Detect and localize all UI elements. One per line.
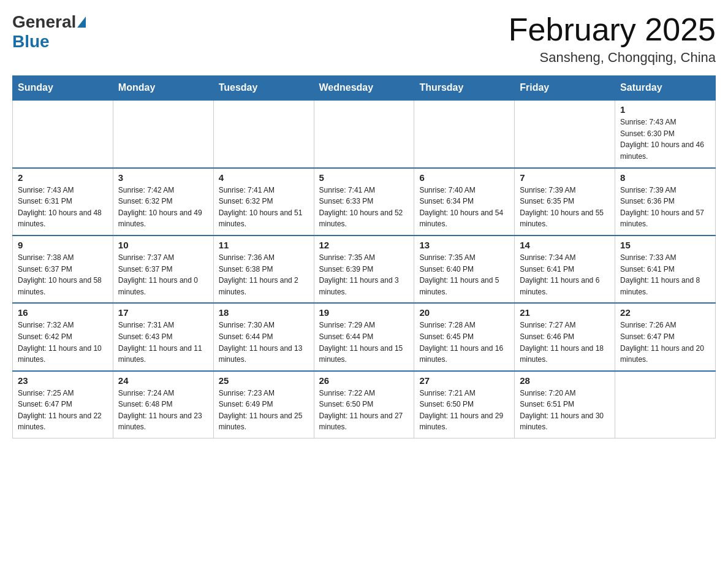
calendar-cell: 4Sunrise: 7:41 AMSunset: 6:32 PMDaylight… [213, 168, 314, 236]
day-number: 21 [520, 307, 610, 318]
day-info: Sunrise: 7:24 AMSunset: 6:48 PMDaylight:… [118, 388, 208, 433]
calendar-cell: 10Sunrise: 7:37 AMSunset: 6:37 PMDayligh… [113, 236, 213, 303]
day-info: Sunrise: 7:34 AMSunset: 6:41 PMDaylight:… [520, 252, 610, 297]
day-number: 4 [219, 172, 309, 183]
calendar-cell: 22Sunrise: 7:26 AMSunset: 6:47 PMDayligh… [615, 303, 716, 370]
calendar-cell [314, 100, 414, 167]
calendar-cell: 13Sunrise: 7:35 AMSunset: 6:40 PMDayligh… [414, 236, 515, 303]
logo-blue-text: Blue [12, 32, 50, 52]
day-number: 13 [419, 240, 509, 250]
calendar-cell: 23Sunrise: 7:25 AMSunset: 6:47 PMDayligh… [13, 371, 113, 439]
day-info: Sunrise: 7:31 AMSunset: 6:43 PMDaylight:… [118, 320, 208, 365]
calendar-week-row: 23Sunrise: 7:25 AMSunset: 6:47 PMDayligh… [13, 371, 716, 439]
day-info: Sunrise: 7:25 AMSunset: 6:47 PMDaylight:… [18, 388, 108, 433]
calendar-cell: 8Sunrise: 7:39 AMSunset: 6:36 PMDaylight… [615, 168, 716, 236]
weekday-header-tuesday: Tuesday [213, 76, 314, 101]
day-number: 24 [118, 375, 208, 386]
day-number: 3 [118, 172, 208, 183]
day-info: Sunrise: 7:33 AMSunset: 6:41 PMDaylight:… [620, 252, 710, 297]
day-number: 19 [319, 307, 409, 318]
day-info: Sunrise: 7:41 AMSunset: 6:32 PMDaylight:… [219, 185, 309, 230]
day-info: Sunrise: 7:30 AMSunset: 6:44 PMDaylight:… [219, 320, 309, 365]
day-info: Sunrise: 7:39 AMSunset: 6:35 PMDaylight:… [520, 185, 610, 230]
day-number: 15 [620, 240, 710, 250]
day-number: 8 [620, 172, 710, 183]
day-number: 5 [319, 172, 409, 183]
day-number: 16 [18, 307, 108, 318]
day-number: 12 [319, 240, 409, 250]
calendar-cell: 16Sunrise: 7:32 AMSunset: 6:42 PMDayligh… [13, 303, 113, 370]
calendar-cell [615, 371, 716, 439]
weekday-header-wednesday: Wednesday [314, 76, 414, 101]
day-info: Sunrise: 7:41 AMSunset: 6:33 PMDaylight:… [319, 185, 409, 230]
calendar-cell: 28Sunrise: 7:20 AMSunset: 6:51 PMDayligh… [515, 371, 615, 439]
calendar-week-row: 16Sunrise: 7:32 AMSunset: 6:42 PMDayligh… [13, 303, 716, 370]
calendar-cell: 24Sunrise: 7:24 AMSunset: 6:48 PMDayligh… [113, 371, 213, 439]
calendar-cell: 12Sunrise: 7:35 AMSunset: 6:39 PMDayligh… [314, 236, 414, 303]
day-number: 1 [620, 104, 710, 115]
day-info: Sunrise: 7:39 AMSunset: 6:36 PMDaylight:… [620, 185, 710, 230]
day-info: Sunrise: 7:43 AMSunset: 6:30 PMDaylight:… [620, 117, 710, 162]
calendar-cell [13, 100, 113, 167]
day-info: Sunrise: 7:26 AMSunset: 6:47 PMDaylight:… [620, 320, 710, 365]
calendar-cell: 25Sunrise: 7:23 AMSunset: 6:49 PMDayligh… [213, 371, 314, 439]
calendar-cell: 27Sunrise: 7:21 AMSunset: 6:50 PMDayligh… [414, 371, 515, 439]
calendar-cell [414, 100, 515, 167]
calendar-cell: 6Sunrise: 7:40 AMSunset: 6:34 PMDaylight… [414, 168, 515, 236]
day-number: 6 [419, 172, 509, 183]
location-subtitle: Sansheng, Chongqing, China [509, 50, 716, 66]
weekday-header-row: SundayMondayTuesdayWednesdayThursdayFrid… [13, 76, 716, 101]
day-number: 17 [118, 307, 208, 318]
day-info: Sunrise: 7:38 AMSunset: 6:37 PMDaylight:… [18, 252, 108, 297]
day-info: Sunrise: 7:27 AMSunset: 6:46 PMDaylight:… [520, 320, 610, 365]
day-info: Sunrise: 7:35 AMSunset: 6:39 PMDaylight:… [319, 252, 409, 297]
calendar-cell: 9Sunrise: 7:38 AMSunset: 6:37 PMDaylight… [13, 236, 113, 303]
weekday-header-sunday: Sunday [13, 76, 113, 101]
calendar-cell: 19Sunrise: 7:29 AMSunset: 6:44 PMDayligh… [314, 303, 414, 370]
day-number: 10 [118, 240, 208, 250]
calendar-cell: 2Sunrise: 7:43 AMSunset: 6:31 PMDaylight… [13, 168, 113, 236]
weekday-header-saturday: Saturday [615, 76, 716, 101]
weekday-header-thursday: Thursday [414, 76, 515, 101]
calendar-week-row: 1Sunrise: 7:43 AMSunset: 6:30 PMDaylight… [13, 100, 716, 167]
day-info: Sunrise: 7:35 AMSunset: 6:40 PMDaylight:… [419, 252, 509, 297]
calendar-cell: 20Sunrise: 7:28 AMSunset: 6:45 PMDayligh… [414, 303, 515, 370]
day-number: 23 [18, 375, 108, 386]
calendar-week-row: 9Sunrise: 7:38 AMSunset: 6:37 PMDaylight… [13, 236, 716, 303]
calendar-cell: 3Sunrise: 7:42 AMSunset: 6:32 PMDaylight… [113, 168, 213, 236]
day-info: Sunrise: 7:22 AMSunset: 6:50 PMDaylight:… [319, 388, 409, 433]
calendar-cell: 15Sunrise: 7:33 AMSunset: 6:41 PMDayligh… [615, 236, 716, 303]
title-block: February 2025 Sansheng, Chongqing, China [509, 12, 716, 66]
month-title: February 2025 [509, 12, 716, 47]
day-info: Sunrise: 7:20 AMSunset: 6:51 PMDaylight:… [520, 388, 610, 433]
calendar-cell: 14Sunrise: 7:34 AMSunset: 6:41 PMDayligh… [515, 236, 615, 303]
calendar-cell: 11Sunrise: 7:36 AMSunset: 6:38 PMDayligh… [213, 236, 314, 303]
day-number: 20 [419, 307, 509, 318]
day-number: 22 [620, 307, 710, 318]
calendar-cell: 1Sunrise: 7:43 AMSunset: 6:30 PMDaylight… [615, 100, 716, 167]
calendar-cell: 7Sunrise: 7:39 AMSunset: 6:35 PMDaylight… [515, 168, 615, 236]
day-info: Sunrise: 7:36 AMSunset: 6:38 PMDaylight:… [219, 252, 309, 297]
day-number: 2 [18, 172, 108, 183]
day-number: 26 [319, 375, 409, 386]
day-number: 18 [219, 307, 309, 318]
day-info: Sunrise: 7:23 AMSunset: 6:49 PMDaylight:… [219, 388, 309, 433]
calendar-cell: 18Sunrise: 7:30 AMSunset: 6:44 PMDayligh… [213, 303, 314, 370]
day-number: 28 [520, 375, 610, 386]
weekday-header-monday: Monday [113, 76, 213, 101]
logo-general-text: General [12, 12, 76, 32]
calendar-cell [515, 100, 615, 167]
page-header: General Blue February 2025 Sansheng, Cho… [12, 12, 716, 66]
calendar-week-row: 2Sunrise: 7:43 AMSunset: 6:31 PMDaylight… [13, 168, 716, 236]
calendar-cell: 26Sunrise: 7:22 AMSunset: 6:50 PMDayligh… [314, 371, 414, 439]
calendar-cell: 17Sunrise: 7:31 AMSunset: 6:43 PMDayligh… [113, 303, 213, 370]
logo: General Blue [12, 12, 87, 52]
day-number: 7 [520, 172, 610, 183]
day-number: 11 [219, 240, 309, 250]
calendar-cell [213, 100, 314, 167]
day-info: Sunrise: 7:28 AMSunset: 6:45 PMDaylight:… [419, 320, 509, 365]
day-number: 9 [18, 240, 108, 250]
day-info: Sunrise: 7:43 AMSunset: 6:31 PMDaylight:… [18, 185, 108, 230]
calendar-table: SundayMondayTuesdayWednesdayThursdayFrid… [12, 75, 716, 439]
day-number: 27 [419, 375, 509, 386]
